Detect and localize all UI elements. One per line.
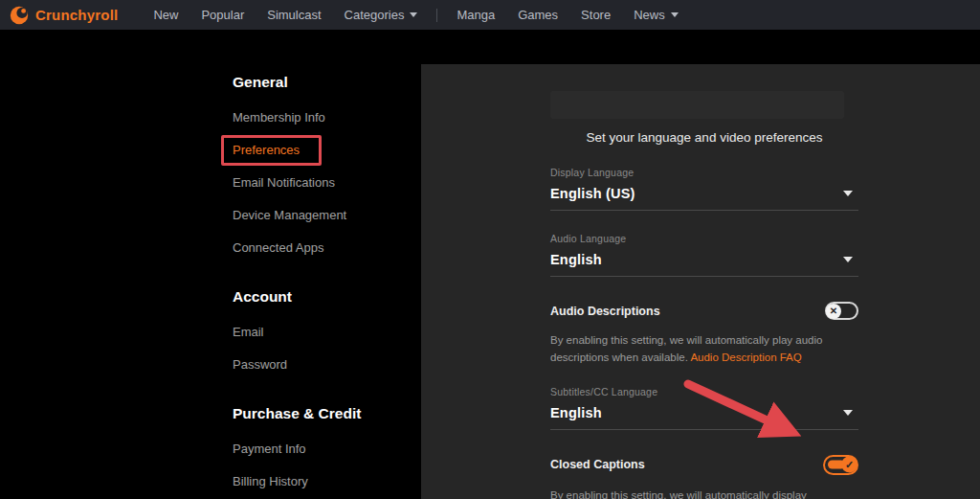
panel-title: Set your language and video preferences [550, 130, 858, 145]
nav-item-label: Store [581, 8, 611, 22]
nav-item-games[interactable]: Games [506, 0, 569, 30]
sidebar-spacer [233, 274, 421, 288]
subtitles-cc-language-field: Subtitles/CC Language English [550, 386, 858, 430]
sidebar-heading-purchase-credit: Purchase & Credit [233, 405, 421, 422]
nav-item-manga[interactable]: Manga [445, 0, 506, 30]
audio-language-select[interactable]: English [550, 252, 858, 267]
chevron-down-icon [843, 410, 853, 416]
audio-language-label: Audio Language [550, 233, 858, 244]
display-language-value: English (US) [550, 186, 635, 201]
nav-item-label: Popular [201, 8, 244, 22]
sidebar-spacer [233, 391, 421, 405]
subtitles-cc-language-label: Subtitles/CC Language [550, 386, 858, 397]
chevron-down-icon [843, 257, 853, 262]
closed-captions-label: Closed Captions [550, 458, 645, 471]
subtitles-cc-language-select[interactable]: English [550, 405, 858, 420]
nav-item-label: Categories [345, 8, 405, 22]
toggle-knob: ✕ [826, 304, 841, 319]
sidebar-item-device-management[interactable]: Device Management [233, 209, 421, 221]
top-navigation: Crunchyroll New Popular Simulcast Catego… [0, 0, 980, 30]
display-language-label: Display Language [550, 167, 858, 178]
sidebar-heading-general: General [233, 74, 421, 91]
audio-language-value: English [550, 252, 602, 267]
nav-item-label: Manga [457, 8, 495, 22]
sidebar-item-membership-info[interactable]: Membership Info [233, 111, 421, 124]
audio-description-faq-link[interactable]: Audio Description FAQ [690, 352, 801, 363]
subtitles-cc-language-value: English [550, 405, 602, 420]
x-icon: ✕ [830, 306, 837, 316]
closed-captions-description: By enabling this setting, we will automa… [550, 488, 837, 499]
check-icon: ✓ [845, 460, 854, 470]
toggle-knob: ✓ [841, 457, 858, 473]
nav-item-label: Games [518, 8, 558, 22]
audio-language-field: Audio Language English [550, 233, 858, 277]
sidebar-item-payment-info[interactable]: Payment Info [233, 442, 421, 455]
display-language-select[interactable]: English (US) [550, 186, 858, 201]
nav-item-label: New [153, 8, 178, 22]
nav-item-simulcast[interactable]: Simulcast [256, 0, 332, 30]
chevron-down-icon [843, 191, 853, 196]
audio-descriptions-toggle[interactable]: ✕ [825, 302, 858, 320]
chevron-down-icon [410, 12, 417, 17]
description-text: By enabling this setting, we will automa… [550, 489, 807, 499]
sidebar-item-email-notifications[interactable]: Email Notifications [233, 176, 421, 189]
audio-descriptions-row: Audio Descriptions ✕ [550, 302, 858, 320]
nav-items: New Popular Simulcast Categories Manga G… [142, 0, 689, 30]
nav-item-label: News [634, 8, 665, 22]
preferences-panel: Set your language and video preferences … [421, 64, 980, 499]
nav-item-categories[interactable]: Categories [333, 0, 430, 30]
closed-captions-toggle[interactable]: ✓ [823, 455, 858, 475]
nav-item-new[interactable]: New [142, 0, 189, 30]
brand-name[interactable]: Crunchyroll [35, 7, 118, 23]
crunchyroll-logo-icon [10, 6, 29, 25]
sidebar-item-preferences[interactable]: Preferences [233, 144, 421, 156]
crunchyroll-logo[interactable]: Crunchyroll [10, 6, 118, 25]
display-language-field: Display Language English (US) [550, 167, 858, 211]
nav-item-store[interactable]: Store [569, 0, 622, 30]
nav-item-popular[interactable]: Popular [189, 0, 256, 30]
sidebar-item-billing-history[interactable]: Billing History [233, 475, 421, 488]
sidebar-item-email[interactable]: Email [233, 326, 421, 338]
chevron-down-icon [671, 12, 679, 17]
audio-descriptions-description: By enabling this setting, we will automa… [550, 332, 837, 367]
panel-header-placeholder [550, 91, 844, 119]
sidebar-heading-account: Account [233, 288, 421, 306]
nav-item-label: Simulcast [267, 8, 321, 22]
nav-item-news[interactable]: News [622, 0, 690, 30]
closed-captions-row: Closed Captions ✓ [550, 455, 858, 475]
audio-descriptions-label: Audio Descriptions [550, 305, 660, 318]
annotation-highlight-box: Preferences [221, 135, 322, 166]
nav-divider [436, 9, 437, 22]
sidebar-item-label: Preferences [233, 143, 300, 157]
sidebar-item-connected-apps[interactable]: Connected Apps [233, 241, 421, 254]
preferences-form: Set your language and video preferences … [550, 64, 858, 499]
sidebar-item-password[interactable]: Password [233, 358, 421, 371]
settings-sidebar: General Membership Info Preferences Emai… [0, 30, 421, 499]
